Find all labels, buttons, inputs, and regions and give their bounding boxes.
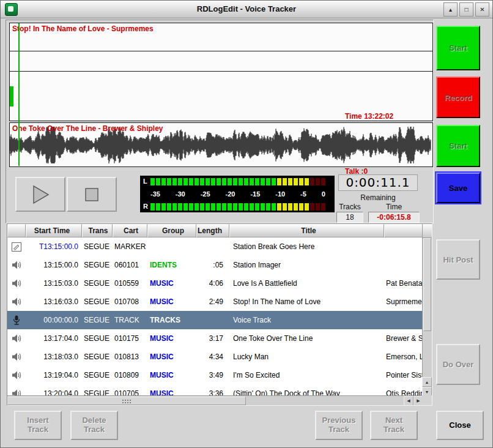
voice-tracker-window: { "titlebar": { "title": "RDLogEdit - Vo… <box>0 0 493 448</box>
header-start-time[interactable]: Start Time <box>26 224 82 237</box>
meter-segment <box>161 178 166 185</box>
cell-trans: SEGUE <box>82 261 113 269</box>
meter-tick: -20 <box>226 190 235 198</box>
log-row[interactable]: 13:16:03.0SEGUE010708MUSIC2:49Stop! In T… <box>7 293 423 311</box>
meter-segment <box>272 203 276 211</box>
cell-group: MUSIC <box>147 353 196 361</box>
cell-group: TRACKS <box>147 316 196 324</box>
meter-segment <box>250 203 254 211</box>
vertical-scrollbar-thumb[interactable] <box>423 238 431 331</box>
cell-trans: SEGUE <box>82 316 113 324</box>
log-row[interactable]: 13:20:04.0SEGUE010705MUSIC3:36(Sittin' O… <box>7 384 423 397</box>
cell-trans: SEGUE <box>82 279 113 288</box>
meter-segment <box>178 203 182 211</box>
header-artist[interactable] <box>384 224 423 237</box>
cell-trans: SEGUE <box>82 242 113 251</box>
header-length[interactable]: Length <box>196 224 229 237</box>
scrollbar-header-cap <box>423 224 432 238</box>
meter-segment <box>228 178 232 185</box>
meter-segment <box>272 178 276 185</box>
log-row[interactable]: 13:15:00.0SEGUE060101IDENTS:05Station Im… <box>7 256 423 274</box>
meter-segment <box>178 178 182 185</box>
meter-tick: 0 <box>322 190 325 198</box>
stop-button[interactable] <box>67 177 117 212</box>
titlebar[interactable]: RDLogEdit - Voice Tracker ▴ □ ✕ <box>1 1 492 18</box>
meter-segment <box>195 178 199 185</box>
meter-segment <box>200 178 204 185</box>
cell-trans: SEGUE <box>82 353 113 361</box>
deck-panel-previous[interactable]: Stop! In The Name of Love - Suprmemes <box>9 23 433 121</box>
cell-group: MUSIC <box>147 279 196 288</box>
start-track1-button[interactable]: Start <box>436 26 480 70</box>
remaining-tracks-value: 18 <box>336 212 363 223</box>
cell-title: I'm So Excited <box>229 371 384 379</box>
horizontal-scrollbar-thumb[interactable] <box>7 397 246 405</box>
meter-segment <box>233 203 237 211</box>
header-title[interactable]: Title <box>229 224 384 237</box>
meter-segment <box>294 203 298 211</box>
header-trans[interactable]: Trans <box>82 224 113 237</box>
cell-start-time: 13:18:03.0 <box>26 353 82 361</box>
cell-start-time: 13:15:03.0 <box>26 279 82 288</box>
meter-segment <box>244 178 248 185</box>
meter-segment <box>305 203 309 211</box>
vertical-scrollbar[interactable]: ▲ ▼ <box>422 224 432 397</box>
scroll-left-icon[interactable]: ◀ <box>404 396 413 406</box>
meter-segment <box>261 178 265 185</box>
scroll-up-icon[interactable]: ▲ <box>422 377 432 387</box>
remaining-panel: Remaining Tracks 18 Time -0:06:15.8 <box>336 193 420 223</box>
shade-window-icon[interactable]: ▴ <box>443 2 458 17</box>
start-track2-button[interactable]: Start <box>436 125 480 167</box>
save-button[interactable]: Save <box>436 173 480 203</box>
header-cart[interactable]: Cart <box>113 224 147 237</box>
previous-track-button[interactable]: Previous Track <box>315 411 363 440</box>
cell-title: Voice Track <box>229 316 384 324</box>
deck1-track-title: Stop! In The Name of Love - Suprmemes <box>12 24 154 33</box>
cell-start-time: 00:00:00.0 <box>26 316 82 324</box>
meter-segment <box>189 203 193 211</box>
header-icon-column[interactable] <box>7 224 26 237</box>
meter-tick: -15 <box>250 190 260 198</box>
cell-start-time: 13:16:03.0 <box>26 297 82 306</box>
cell-cart: MARKER <box>113 242 147 251</box>
next-track-button[interactable]: Next Track <box>370 411 418 440</box>
cell-artist: Brewer & S <box>384 334 423 343</box>
log-row[interactable]: 13:17:04.0SEGUE010175MUSIC3:17One Toke O… <box>7 329 423 348</box>
meter-segment <box>150 178 155 185</box>
close-button[interactable]: Close <box>436 411 484 440</box>
speaker-icon <box>7 297 26 306</box>
insert-track-button[interactable]: Insert Track <box>14 411 62 440</box>
cell-title: Station Imager <box>229 261 384 269</box>
cell-cart: 010175 <box>113 334 147 343</box>
log-row[interactable]: 13:18:03.0SEGUE010813MUSIC4:34Lucky ManE… <box>7 348 423 366</box>
cell-group: MUSIC <box>147 334 196 343</box>
record-button[interactable]: Record <box>436 77 480 118</box>
do-over-button[interactable]: Do Over <box>436 344 480 385</box>
meter-segment <box>266 178 270 185</box>
log-row[interactable]: 13:15:03.0SEGUE010559MUSIC4:06Love Is A … <box>7 274 423 293</box>
meter-segment <box>195 203 199 211</box>
log-row[interactable]: T13:15:00.0SEGUEMARKERStation Break Goes… <box>7 237 423 256</box>
hit-post-button[interactable]: Hit Post <box>436 239 480 280</box>
maximize-window-icon[interactable]: □ <box>459 2 473 17</box>
stop-icon <box>85 188 98 201</box>
log-row[interactable]: 00:00:00.0SEGUETRACKTRACKSVoice Track <box>7 311 423 329</box>
close-window-icon[interactable]: ✕ <box>475 2 489 17</box>
meter-segment <box>167 178 171 185</box>
horizontal-scrollbar[interactable]: ◀ ▶ <box>7 395 423 405</box>
deck-divider <box>10 51 432 51</box>
meter-tick: -30 <box>176 190 185 198</box>
meter-segment <box>316 203 320 211</box>
cell-start-time: 13:17:04.0 <box>26 334 82 343</box>
delete-track-button[interactable]: Delete Track <box>70 411 118 440</box>
log-row[interactable]: 13:19:04.0SEGUE010809MUSIC3:49I'm So Exc… <box>7 366 423 384</box>
meter-segment <box>261 203 265 211</box>
cell-group: IDENTS <box>147 261 196 269</box>
play-button[interactable] <box>15 177 65 212</box>
remaining-time-label: Time <box>386 203 402 211</box>
meter-segment <box>255 178 259 185</box>
meter-segment <box>239 178 243 185</box>
header-group[interactable]: Group <box>147 224 196 237</box>
deck-panel-next[interactable]: One Toke Over The Line - Brewer & Shiple… <box>9 122 433 167</box>
meter-segment <box>156 178 160 185</box>
